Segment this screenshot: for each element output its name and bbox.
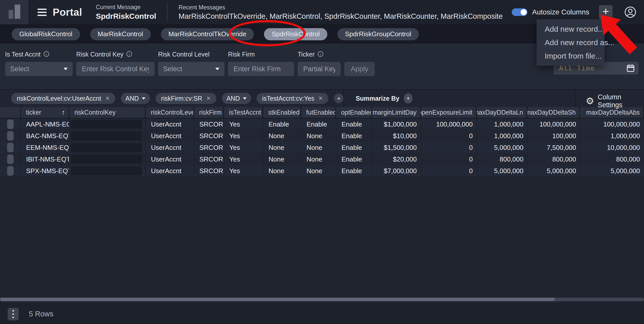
cell-optEnabled: Enable	[336, 142, 372, 153]
is-test-accnt-select[interactable]: Select	[5, 62, 73, 76]
info-icon[interactable]	[126, 51, 132, 57]
column-header-stkEnabled[interactable]: stkEnabled	[263, 107, 300, 118]
current-message-label: Current Message	[96, 4, 156, 11]
column-label: marginLimitDay	[372, 109, 416, 116]
add-record-button[interactable]: +	[599, 5, 613, 19]
recent-messages-value: MarRiskControlTkOverride, MarRiskControl…	[179, 12, 503, 21]
row-checkbox[interactable]	[7, 119, 14, 129]
summarize-by-label: Summarize By	[356, 95, 399, 102]
remove-chip-icon[interactable]: ✕	[206, 95, 211, 101]
cell-openExposureLimit: 0	[421, 154, 477, 165]
tab-spdr-risk-group-control[interactable]: SpdrRiskGroupControl	[337, 28, 419, 40]
column-header-riskControlLevel[interactable]: riskControlLevel	[146, 107, 193, 118]
calendar-icon[interactable]	[627, 64, 635, 73]
table-row[interactable]: IBIT-NMS-EQTUserAccntSRCOREYesNoneNoneEn…	[0, 154, 644, 165]
column-label: isTestAccnt	[229, 109, 261, 116]
remove-chip-icon[interactable]: ✕	[105, 95, 110, 101]
cell-stkEnabled: Enable	[263, 119, 301, 130]
tab-mar-risk-control-tk-override[interactable]: MarRiskControlTkOverride	[161, 28, 254, 40]
tab-global-risk-control[interactable]: GlobalRiskControl	[12, 28, 80, 40]
risk-control-level-select[interactable]: Select	[158, 62, 224, 76]
column-label: riskFirm	[199, 109, 222, 116]
cell-futEnabled: None	[301, 154, 336, 165]
column-header-isTestAccnt[interactable]: isTestAccnt	[224, 107, 262, 118]
info-icon[interactable]	[44, 51, 49, 57]
risk-firm-input[interactable]	[233, 65, 289, 73]
divider	[575, 90, 576, 107]
redacted-value	[71, 166, 142, 175]
row-checkbox[interactable]	[7, 166, 14, 176]
column-settings-button[interactable]: ⚙ Column Settings	[586, 93, 644, 109]
column-header-select[interactable]	[0, 107, 20, 118]
column-header-ticker[interactable]: ticker↑	[21, 107, 69, 118]
column-header-maxDayDDeltaLn[interactable]: maxDayDDeltaLn	[477, 107, 527, 118]
grid-menu-button[interactable]	[8, 308, 19, 320]
row-checkbox[interactable]	[7, 131, 14, 141]
cell-riskControlLevel: UserAccnt	[146, 119, 194, 130]
cell-isTestAccnt: Yes	[224, 165, 263, 176]
remove-chip-icon[interactable]: ✕	[318, 95, 323, 101]
column-header-openExposureLimit[interactable]: openExposureLimit	[421, 107, 476, 118]
scrollbar-track[interactable]	[0, 298, 644, 301]
scrollbar-thumb[interactable]	[0, 298, 555, 301]
chip-text: isTestAccnt:cv:Yes	[262, 95, 314, 102]
recent-messages-block: Recent Messages MarRiskControlTkOverride…	[179, 4, 503, 21]
filter-chips: riskControlLevel:cv:UserAccnt ✕ AND risk…	[11, 93, 344, 104]
row-checkbox[interactable]	[7, 154, 14, 164]
column-header-optEnabled[interactable]: optEnabled	[336, 107, 371, 118]
tab-spdr-risk-control[interactable]: SpdrRiskControl	[264, 28, 327, 40]
cell-maxDayDDeltaLn: 1,000,000	[477, 119, 528, 130]
cell-riskFirm: SRCORE	[194, 165, 224, 176]
add-summarize-button[interactable]: +	[404, 93, 412, 103]
cell-marginLimitDay: $10,000	[372, 130, 421, 141]
filter-chip[interactable]: riskFirm:cv:SR ✕	[156, 93, 216, 104]
table-row[interactable]: BAC-NMS-EQTUserAccntSRCOREYesNoneNoneEna…	[0, 130, 644, 141]
cell-futEnabled: Enable	[301, 119, 336, 130]
operator-chip[interactable]: AND	[121, 93, 150, 104]
table-row[interactable]: SPX-NMS-EQTUserAccntSRCOREYesNoneNoneEna…	[0, 165, 644, 176]
filter-chip[interactable]: isTestAccnt:cv:Yes ✕	[257, 93, 329, 104]
row-checkbox[interactable]	[7, 143, 14, 152]
column-header-futEnabled[interactable]: futEnabled	[301, 107, 335, 118]
hamburger-menu-icon[interactable]	[37, 9, 47, 16]
ticker-input[interactable]	[303, 65, 336, 73]
account-icon[interactable]	[624, 6, 636, 18]
autosize-columns-toggle[interactable]	[512, 8, 527, 16]
column-header-riskFirm[interactable]: riskFirm	[194, 107, 223, 118]
menu-item-add-new-record[interactable]: Add new record...	[537, 22, 604, 36]
column-header-riskControlKey[interactable]: riskControlKey	[69, 107, 145, 118]
tab-mar-risk-control[interactable]: MarRiskControl	[90, 28, 151, 40]
operator-chip[interactable]: AND	[222, 93, 251, 104]
cell-riskFirm: SRCORE	[194, 119, 224, 130]
column-header-marginLimitDay[interactable]: marginLimitDay	[372, 107, 420, 118]
table-row[interactable]: EEM-NMS-EQTUserAccntSRCOREYesNoneNoneEna…	[0, 142, 644, 153]
recent-messages-label: Recent Messages	[179, 4, 503, 11]
filter-chip[interactable]: riskControlLevel:cv:UserAccnt ✕	[11, 93, 115, 104]
row-count: 5 Rows	[29, 310, 53, 318]
app-title: Portal	[53, 7, 82, 18]
cell-maxDayDDeltaAbs: 10,000,000	[581, 142, 644, 153]
info-icon[interactable]	[318, 51, 323, 57]
filter-label: Ticker	[298, 51, 315, 58]
table-row[interactable]: AAPL-NMS-EQTUserAccntSRCOREYesEnableEnab…	[0, 119, 644, 130]
cell-maxDayDDeltaLn: 5,000,000	[477, 142, 528, 153]
cell-optEnabled: Enable	[336, 154, 372, 165]
horizontal-scrollbar	[0, 295, 644, 304]
cell-ticker: SPX-NMS-EQT	[21, 165, 69, 176]
apply-button[interactable]: Apply	[344, 62, 375, 76]
portal-app: Portal Current Message SpdrRiskControl R…	[0, 0, 644, 324]
column-settings-label: Column Settings	[598, 93, 644, 109]
cell-riskControlLevel: UserAccnt	[146, 154, 194, 165]
gear-icon: ⚙	[586, 96, 594, 106]
checkbox-cell	[0, 154, 21, 165]
chevron-down-icon	[64, 68, 68, 70]
cell-maxDayDDeltaAbs: 800,000	[581, 154, 644, 165]
chip-text: riskControlLevel:cv:UserAccnt	[17, 95, 101, 102]
chevron-down-icon	[142, 97, 145, 100]
menu-item-import-from-file[interactable]: Import from file...	[537, 49, 604, 63]
column-header-maxDayDDeltaSh[interactable]: maxDayDDeltaSh	[527, 107, 579, 118]
menu-item-add-new-record-as[interactable]: Add new record as...	[537, 36, 604, 49]
add-filter-button[interactable]: +	[334, 94, 344, 103]
risk-control-key-input[interactable]	[81, 65, 149, 73]
checkbox-cell	[0, 165, 21, 176]
